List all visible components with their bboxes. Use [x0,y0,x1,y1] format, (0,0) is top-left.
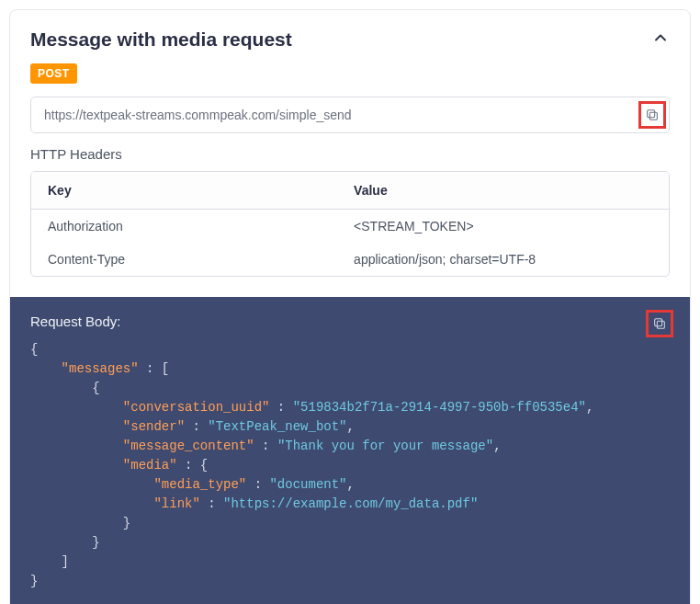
api-doc-panel: Message with media request POST https://… [9,9,691,604]
endpoint-url-row: https://textpeak-streams.commpeak.com/si… [30,97,670,133]
header-key-cell: Content-Type [31,243,337,276]
table-header-value: Value [337,172,669,210]
header-key-cell: Authorization [31,210,337,244]
collapse-toggle[interactable] [651,28,670,51]
table-header-key: Key [31,172,337,210]
header-value-cell: application/json; charset=UTF-8 [337,243,669,276]
svg-rect-3 [655,319,662,326]
svg-rect-1 [648,110,655,118]
headers-table: Key Value Authorization <STREAM_TOKEN> C… [30,171,670,277]
panel-header: Message with media request POST [10,10,690,97]
http-method-badge: POST [30,63,77,84]
copy-body-button[interactable] [646,310,673,337]
copy-url-button[interactable] [638,101,666,129]
chevron-up-icon [651,28,670,47]
table-row: Authorization <STREAM_TOKEN> [31,210,669,244]
copy-icon [645,108,660,122]
request-body-title: Request Body: [30,313,670,329]
request-body-section: Request Body: { "messages" : [ { "conver… [10,297,690,604]
headers-heading: HTTP Headers [30,146,670,162]
copy-icon [652,316,667,331]
svg-rect-2 [657,321,664,328]
svg-rect-0 [649,112,657,120]
table-row: Content-Type application/json; charset=U… [31,243,669,276]
endpoint-url: https://textpeak-streams.commpeak.com/si… [30,97,670,133]
request-body-code: { "messages" : [ { "conversation_uuid" :… [30,340,670,591]
panel-title: Message with media request [30,28,292,51]
header-value-cell: <STREAM_TOKEN> [337,210,669,244]
